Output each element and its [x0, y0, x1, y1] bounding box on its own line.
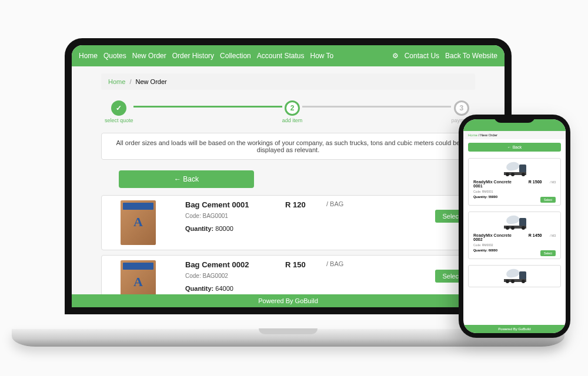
nav-new-order[interactable]: New Order — [132, 52, 166, 60]
step2-circle: 2 — [285, 100, 300, 116]
phone-product-row: ReadyMix Concrete 0001 R 1500 / M3 Code:… — [468, 158, 561, 206]
phone-screen: Home / New Order ← Back ReadyMix Concret… — [463, 119, 566, 333]
product-name: Bag Cement 0001 — [185, 200, 285, 209]
product-unit: / BAG — [326, 200, 362, 207]
phone-product-price: R 1450 — [529, 233, 542, 237]
phone-product-row — [468, 265, 561, 287]
phone-select-button[interactable]: Select — [540, 250, 556, 256]
step-line-23 — [302, 106, 451, 108]
nav-back-to-website[interactable]: Back To Website — [445, 52, 497, 60]
phone-product-code: Code: RM0002 — [473, 243, 556, 247]
laptop-mockup: Home Quotes New Order Order History Coll… — [65, 38, 512, 326]
phone-back-button[interactable]: ← Back — [468, 143, 561, 152]
nav-contact-us[interactable]: Contact Us — [405, 52, 439, 60]
product-qty: 64000 — [215, 285, 233, 292]
step-line-12 — [133, 106, 282, 108]
phone-product-code: Code: RM0001 — [473, 190, 556, 193]
gear-icon[interactable]: ⚙ — [392, 52, 399, 60]
progress-steps: ✓ select quote 2 add item 3 payment — [101, 100, 475, 123]
phone-product-unit: / M3 — [550, 180, 556, 184]
phone-product-name: ReadyMix Concrete 0001 — [473, 180, 520, 188]
footer: Powered By GoBuild — [72, 294, 505, 307]
step3-circle: 3 — [454, 100, 469, 116]
nav-account-status[interactable]: Account Status — [257, 52, 305, 60]
step1-circle: ✓ — [111, 100, 126, 116]
phone-product-unit: / M3 — [550, 234, 556, 237]
truck-icon — [503, 162, 526, 176]
breadcrumb-home[interactable]: Home — [108, 78, 125, 85]
back-button[interactable]: ← Back — [119, 170, 254, 188]
phone-product-row: ReadyMix Concrete 0002 R 1450 / M3 Code:… — [468, 212, 561, 259]
nav-collection[interactable]: Collection — [220, 52, 251, 60]
info-box: All order sizes and loads will be based … — [101, 133, 475, 160]
product-qty: 80000 — [215, 225, 233, 232]
phone-breadcrumb: Home / New Order — [463, 131, 566, 139]
product-price: R 150 — [285, 260, 326, 269]
phone-product-price: R 1500 — [529, 180, 542, 184]
laptop-screen: Home Quotes New Order Order History Coll… — [65, 38, 512, 314]
phone-crumb-current: New Order — [480, 133, 497, 137]
truck-icon — [503, 269, 526, 283]
product-price: R 120 — [285, 200, 326, 209]
step1-label: select quote — [105, 118, 133, 123]
phone-notch — [494, 115, 535, 123]
product-image: A — [121, 200, 156, 245]
nav-order-history[interactable]: Order History — [172, 52, 214, 60]
breadcrumb: Home / New Order — [101, 73, 475, 90]
nav-home[interactable]: Home — [79, 52, 98, 60]
nav-right: ⚙ Contact Us Back To Website — [392, 52, 497, 60]
phone-footer: Powered By GoBuild — [463, 325, 566, 333]
product-row: A Bag Cement 0001 Code: BAG0001 Quantity… — [101, 195, 475, 250]
phone-mockup: Home / New Order ← Back ReadyMix Concret… — [459, 115, 570, 338]
nav-how-to[interactable]: How To — [310, 52, 334, 60]
breadcrumb-sep: / — [129, 78, 131, 85]
step2-label: add item — [282, 118, 303, 123]
product-name: Bag Cement 0002 — [185, 260, 285, 269]
navbar: Home Quotes New Order Order History Coll… — [72, 45, 505, 66]
phone-product-qty: 55000 — [489, 195, 497, 199]
product-code: Code: BAG0001 — [185, 213, 285, 219]
nav-quotes[interactable]: Quotes — [103, 52, 126, 60]
phone-product-qty: 60000 — [489, 249, 497, 252]
phone-select-button[interactable]: Select — [540, 197, 556, 203]
product-code: Code: BAG0002 — [185, 273, 285, 279]
phone-crumb-home[interactable]: Home — [468, 133, 477, 137]
breadcrumb-current: New Order — [136, 78, 167, 85]
nav-left: Home Quotes New Order Order History Coll… — [79, 52, 333, 60]
truck-icon — [503, 216, 526, 230]
phone-product-name: ReadyMix Concrete 0002 — [473, 233, 520, 241]
product-unit: / BAG — [326, 260, 362, 267]
content: Home / New Order ✓ select quote 2 add it… — [72, 66, 505, 314]
